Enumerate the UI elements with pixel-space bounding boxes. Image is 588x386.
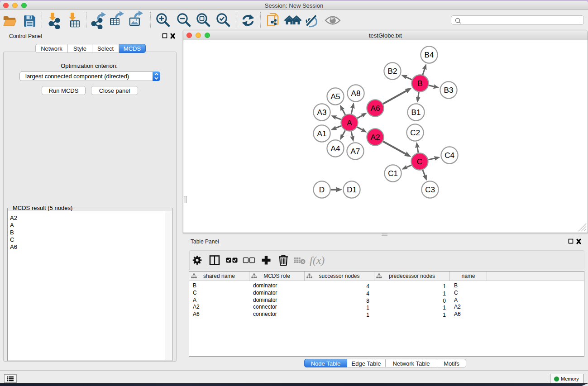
svg-text:A: A: [347, 119, 352, 127]
svg-text:B3: B3: [444, 86, 454, 95]
svg-text:C4: C4: [445, 151, 454, 160]
svg-text:B: B: [417, 79, 422, 88]
svg-text:C: C: [417, 157, 422, 166]
svg-text:A7: A7: [351, 147, 360, 156]
svg-text:B4: B4: [425, 51, 434, 59]
svg-text:A5: A5: [331, 92, 340, 101]
svg-text:C2: C2: [410, 129, 420, 137]
svg-text:A1: A1: [317, 129, 327, 138]
svg-text:D: D: [319, 186, 325, 194]
svg-text:A3: A3: [317, 108, 327, 117]
svg-text:f(x): f(x): [310, 254, 325, 266]
svg-text:B2: B2: [388, 67, 397, 76]
svg-text:A2: A2: [371, 133, 380, 142]
svg-text:C3: C3: [425, 186, 435, 194]
svg-text:C1: C1: [388, 169, 398, 178]
svg-text:B1: B1: [411, 108, 421, 117]
svg-text:A4: A4: [331, 144, 340, 153]
svg-text:A8: A8: [351, 89, 361, 98]
svg-text:A6: A6: [371, 104, 380, 113]
svg-text:D1: D1: [347, 186, 357, 194]
